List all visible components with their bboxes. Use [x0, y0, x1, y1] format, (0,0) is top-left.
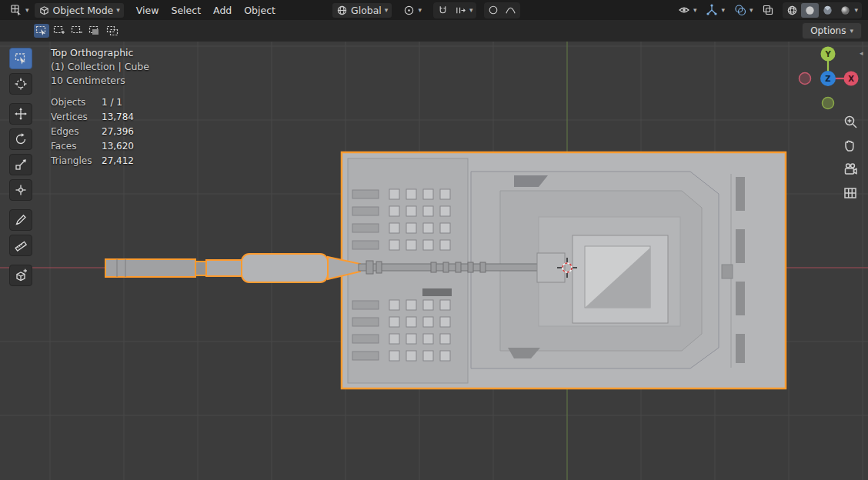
sidebar-toggle[interactable]: ◂	[860, 49, 863, 57]
tool-rotate[interactable]	[9, 128, 32, 150]
tank-object[interactable]	[105, 152, 786, 388]
orientation-dropdown[interactable]: Global ▾	[332, 3, 392, 18]
tool-move[interactable]	[9, 103, 32, 125]
stat-value: 27,412	[102, 155, 134, 166]
tool-measure[interactable]	[9, 235, 32, 256]
svg-text:Y: Y	[824, 50, 831, 58]
camera-view-icon	[843, 162, 858, 177]
shading-rendered-button[interactable]: ▾	[836, 3, 861, 18]
viewport-info-overlay: Top Orthographic (1) Collection | Cube 1…	[51, 46, 149, 88]
falloff-curve-icon	[505, 5, 516, 16]
select-box-icon	[14, 52, 28, 65]
move-icon	[14, 107, 28, 121]
menu-object[interactable]: Object	[238, 2, 282, 18]
tool-group-annotate	[9, 209, 32, 256]
chevron-down-icon: ▾	[418, 7, 422, 14]
camera-view-button[interactable]	[841, 160, 860, 178]
pivot-group: ▾	[399, 3, 426, 18]
navigation-gizmo[interactable]: Y X Z	[797, 43, 860, 112]
stat-value: 1 / 1	[102, 97, 134, 108]
select-mode-subtract[interactable]	[69, 24, 85, 38]
gizmo-icon	[706, 4, 718, 16]
mode-label: Object Mode	[53, 5, 114, 16]
tool-transform[interactable]	[9, 179, 32, 201]
gizmo-axis-neg-x[interactable]	[800, 73, 811, 85]
select-intersect-icon	[106, 25, 119, 36]
pivot-point-dropdown[interactable]: ▾	[399, 3, 426, 18]
chevron-down-icon: ▾	[721, 7, 725, 14]
show-gizmo-dropdown[interactable]: ▾	[702, 2, 729, 18]
menu-select[interactable]: Select	[165, 2, 207, 18]
mode-dropdown[interactable]: Object Mode ▾	[35, 3, 124, 18]
pivot-point-icon	[403, 5, 415, 16]
object-visibility-dropdown[interactable]: ▾	[674, 2, 701, 18]
shading-mode-group: ▾	[783, 2, 862, 18]
tool-scale[interactable]	[9, 154, 32, 175]
tool-shelf	[9, 48, 32, 295]
svg-text:X: X	[848, 75, 854, 83]
menu-view[interactable]: View	[130, 2, 165, 18]
annotate-icon	[14, 213, 28, 227]
add-cube-icon	[14, 268, 28, 282]
menu-add[interactable]: Add	[207, 2, 238, 18]
chevron-down-icon: ▾	[854, 7, 858, 14]
visibility-eye-icon	[678, 4, 690, 16]
gizmo-axis-y[interactable]: Y	[821, 47, 836, 62]
tool-group-add	[9, 265, 32, 286]
stat-label: Edges	[51, 126, 94, 137]
chevron-down-icon: ▾	[25, 7, 29, 14]
tool-annotate[interactable]	[9, 209, 32, 231]
shading-material-button[interactable]	[819, 3, 836, 18]
chevron-down-icon: ▾	[850, 28, 853, 35]
editor-type-button[interactable]: ▾	[6, 2, 33, 18]
proportional-edit-button[interactable]	[485, 3, 502, 17]
snap-group: ▾	[433, 2, 477, 18]
toggle-grid-button[interactable]	[841, 184, 860, 202]
stat-label: Faces	[51, 141, 94, 152]
select-mode-extend[interactable]	[52, 24, 67, 38]
select-mode-intersect[interactable]	[105, 24, 120, 38]
tool-settings-bar: Options ▾	[0, 20, 868, 42]
viewport-header: ▾ Object Mode ▾ View Select Add Object G…	[0, 0, 868, 20]
chevron-down-icon: ▾	[469, 7, 473, 14]
proportional-falloff-dropdown[interactable]	[502, 3, 519, 18]
toggle-xray-button[interactable]	[758, 2, 778, 18]
pan-hand-icon	[843, 138, 858, 153]
magnet-icon	[437, 5, 449, 16]
select-mode-invert[interactable]	[87, 24, 102, 38]
snap-toggle-button[interactable]	[434, 3, 452, 18]
shading-solid-button[interactable]	[801, 3, 819, 18]
shading-wireframe-button[interactable]	[783, 3, 801, 18]
select-mode-new[interactable]	[34, 24, 49, 38]
select-invert-icon	[88, 25, 101, 36]
select-new-icon	[35, 25, 48, 36]
gizmo-axis-z[interactable]: Z	[820, 71, 836, 86]
snap-target-dropdown[interactable]: ▾	[452, 3, 476, 18]
select-extend-icon	[53, 25, 65, 36]
scale-icon	[14, 158, 28, 172]
tool-group-transform	[9, 103, 32, 201]
options-dropdown[interactable]: Options ▾	[802, 22, 862, 39]
chevron-down-icon: ▾	[693, 7, 697, 14]
pan-button[interactable]	[841, 136, 860, 155]
tool-cursor[interactable]	[9, 73, 32, 95]
overlays-icon	[734, 4, 746, 16]
gizmo-axis-x[interactable]: X	[844, 72, 859, 86]
stat-value: 13,620	[102, 141, 134, 152]
shading-wireframe-icon	[786, 5, 798, 16]
gizmo-axis-neg-y[interactable]	[823, 98, 834, 109]
show-overlays-dropdown[interactable]: ▾	[730, 2, 757, 18]
select-subtract-icon	[71, 25, 83, 36]
zoom-button[interactable]	[841, 112, 860, 131]
cube-icon	[38, 5, 50, 16]
rotate-icon	[14, 132, 28, 146]
shading-rendered-icon	[840, 5, 851, 16]
shading-solid-icon	[804, 5, 816, 16]
tool-add-cube[interactable]	[9, 265, 32, 286]
statistics-overlay: Objects 1 / 1 Vertices 13,784 Edges 27,3…	[51, 97, 134, 166]
tool-select-box[interactable]	[9, 48, 32, 69]
stat-label: Vertices	[51, 112, 94, 122]
transform-orientation-group: Global ▾	[332, 3, 392, 18]
globe-icon	[336, 5, 348, 16]
measure-icon	[14, 238, 28, 252]
